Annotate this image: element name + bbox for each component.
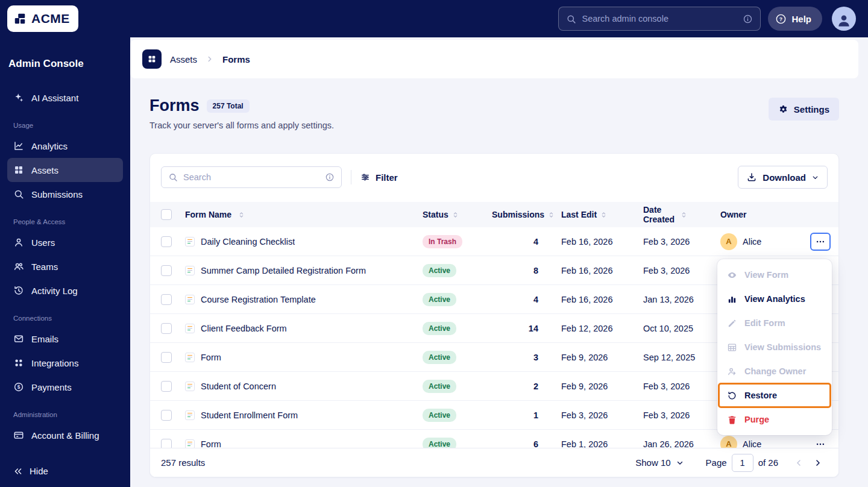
eye-icon [727,270,737,280]
form-name-link[interactable]: Course Registration Template [201,295,316,304]
question-icon: ? [775,13,787,25]
row-checkbox[interactable] [161,323,172,334]
column-header-last-edit[interactable]: Last Edit [561,210,643,219]
sidebar-item-assets[interactable]: Assets [7,158,123,182]
menu-item-change-owner: Change Owner [717,359,832,383]
help-button[interactable]: ? Help [768,7,822,31]
select-all-checkbox[interactable] [161,209,172,220]
date-created: Feb 3, 2026 [643,266,720,275]
sidebar-item-label: Submissions [31,189,83,200]
breadcrumb-assets-link[interactable]: Assets [170,54,197,64]
column-header-date-created[interactable]: Date Created [643,205,720,224]
row-actions-button[interactable] [810,233,831,251]
form-name-link[interactable]: Student Enrollment Form [201,410,298,420]
form-name-link[interactable]: Form [201,353,221,362]
sidebar: Admin Console AI Assistant UsageAnalytic… [0,37,130,487]
form-name-link[interactable]: Summer Camp Detailed Registration Form [201,266,366,275]
sidebar-item-ai-assistant[interactable]: AI Assistant [7,86,123,110]
sparkle-icon [13,92,24,103]
sidebar-item-label: Emails [31,334,58,344]
sidebar-item-emails[interactable]: Emails [7,327,123,351]
row-checkbox[interactable] [161,352,172,363]
date-created: Feb 3, 2026 [643,237,720,247]
chevron-down-icon [676,459,684,467]
payments-icon: $ [13,382,24,392]
form-name-link[interactable]: Client Feedback Form [201,324,287,333]
table-search-input[interactable] [183,172,319,182]
row-checkbox[interactable] [161,410,172,421]
row-checkbox[interactable] [161,294,172,305]
menu-item-view-analytics[interactable]: View Analytics [717,287,832,311]
breadcrumb: Assets Forms [130,40,858,78]
analytics-bars-icon [727,294,737,304]
status-badge: Active [423,409,456,422]
sidebar-item-label: Account & Billing [31,430,99,441]
sidebar-section-label: Usage [13,122,123,129]
pencil-icon [727,318,737,328]
sidebar-item-activity-log[interactable]: Activity Log [7,278,123,303]
admin-search-input[interactable] [582,14,737,24]
divider [351,170,351,184]
assets-icon [13,165,24,175]
sidebar-item-account-billing[interactable]: Account & Billing [7,423,123,447]
column-header-submissions[interactable]: Submissions [492,210,561,219]
sidebar-item-label: Activity Log [31,286,78,296]
sidebar-item-analytics[interactable]: Analytics [7,134,123,158]
sidebar-section-label: People & Access [13,218,123,225]
menu-item-view-submissions: View Submissions [717,335,832,359]
page-number-input[interactable] [732,454,753,472]
settings-button[interactable]: Settings [769,98,839,121]
logo-text: ACME [31,11,70,26]
sidebar-item-label: Teams [31,262,58,272]
sidebar-item-label: AI Assistant [31,93,78,103]
submissions-count: 4 [492,295,561,304]
menu-item-restore[interactable]: Restore [719,383,831,407]
sort-icon [680,211,688,219]
sidebar-item-users[interactable]: Users [7,230,123,254]
row-checkbox[interactable] [161,381,172,392]
date-created: Jan 13, 2026 [643,295,720,304]
previous-page-button[interactable] [789,453,808,473]
last-edit-date: Feb 9, 2026 [561,382,643,391]
table-header: Form NameStatusSubmissionsLast EditDate … [150,202,838,227]
hide-label: Hide [30,466,48,476]
form-name-link[interactable]: Daily Cleaning Checklist [201,237,295,247]
acme-logo[interactable]: ACME [7,5,78,32]
row-checkbox[interactable] [161,265,172,276]
sidebar-item-label: Analytics [31,141,68,151]
breadcrumb-current: Forms [222,54,250,64]
sidebar-item-payments[interactable]: $Payments [7,375,123,399]
filter-label: Filter [376,172,398,183]
results-count: 257 results [161,457,205,468]
sidebar-item-integrations[interactable]: Integrations [7,351,123,375]
status-badge: Active [423,264,456,277]
assets-icon [142,49,162,69]
table-search[interactable] [161,166,342,188]
menu-item-edit-form: Edit Form [717,311,832,335]
column-header-status[interactable]: Status [423,210,492,219]
column-label: Form Name [185,210,231,219]
date-created: Sep 12, 2025 [643,353,720,362]
sidebar-section-label: Administration [13,411,123,418]
hide-sidebar-button[interactable]: Hide [7,461,54,481]
sidebar-item-submissions[interactable]: Submissions [7,182,123,206]
filter-button[interactable]: Filter [360,172,398,183]
form-name-link[interactable]: Student of Concern [201,382,276,391]
last-edit-date: Feb 16, 2026 [561,237,643,247]
form-icon [185,324,195,333]
svg-text:?: ? [779,16,782,22]
sidebar-item-teams[interactable]: Teams [7,254,123,278]
trash-icon [727,415,737,425]
menu-item-purge[interactable]: Purge [717,407,832,432]
download-button[interactable]: Download [738,166,828,189]
sort-icon [600,211,608,219]
column-header-form-name[interactable]: Form Name [185,210,423,219]
search-icon [168,172,178,182]
rows-per-page-select[interactable]: Show 10 [635,457,684,468]
person-icon [836,10,852,28]
chevron-down-icon [811,174,819,181]
admin-search[interactable] [558,7,761,31]
next-page-button[interactable] [808,453,828,473]
user-avatar[interactable] [832,7,856,31]
row-checkbox[interactable] [161,236,172,247]
